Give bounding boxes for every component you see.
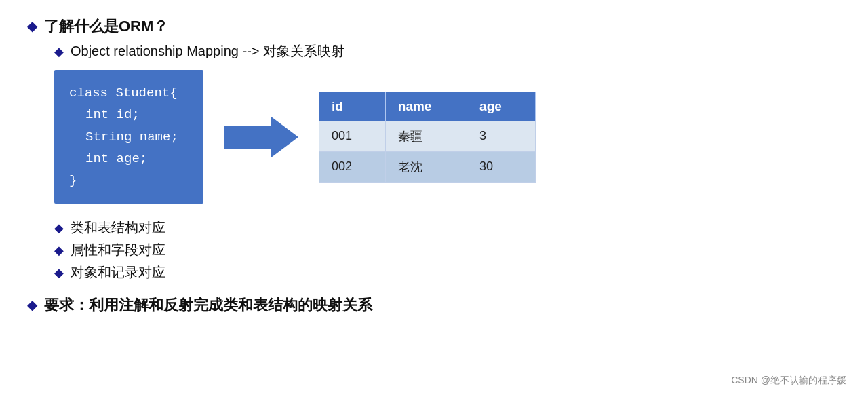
diamond-icon-1: ◆ (27, 18, 37, 34)
cell-id-2: 002 (319, 151, 386, 182)
bottom-requirement-text: 要求：利用注解和反射完成类和表结构的映射关系 (44, 295, 372, 316)
bullet-obj-record-text: 对象和记录对应 (71, 263, 165, 282)
bullet-class-table: ◆ 类和表结构对应 (54, 218, 841, 237)
bullet-class-table-text: 类和表结构对应 (71, 218, 165, 237)
cell-id-1: 001 (319, 121, 386, 151)
cell-age-2: 30 (467, 151, 536, 182)
bottom-requirement: ◆ 要求：利用注解和反射完成类和表结构的映射关系 (27, 295, 841, 316)
svg-marker-0 (224, 117, 298, 157)
code-line-3: String name; (85, 126, 189, 148)
bullet-attr-field-text: 属性和字段对应 (71, 241, 165, 259)
subtitle-orm-text: Object relationship Mapping --> 对象关系映射 (71, 42, 344, 60)
subtitle-orm: ◆ Object relationship Mapping --> 对象关系映射 (54, 42, 841, 60)
diamond-icon-4: ◆ (54, 243, 64, 258)
table-row: 002 老沈 30 (319, 151, 536, 182)
code-line-5: } (69, 170, 189, 191)
watermark: CSDN @绝不认输的程序媛 (731, 375, 846, 387)
code-box: class Student{ int id; String name; int … (54, 70, 203, 204)
col-header-age: age (467, 92, 536, 121)
heading-orm: ◆ 了解什么是ORM？ (27, 16, 841, 37)
diamond-icon-6: ◆ (27, 297, 37, 313)
col-header-name: name (385, 92, 467, 121)
cell-name-2: 老沈 (385, 151, 467, 182)
table-row: 001 秦疆 3 (319, 121, 536, 151)
col-header-id: id (319, 92, 386, 121)
diamond-icon-3: ◆ (54, 221, 64, 235)
diagram-area: class Student{ int id; String name; int … (54, 70, 841, 204)
cell-age-1: 3 (467, 121, 536, 151)
code-line-4: int age; (85, 148, 189, 170)
diamond-icon-5: ◆ (54, 265, 64, 280)
sub-bullets: ◆ 类和表结构对应 ◆ 属性和字段对应 ◆ 对象和记录对应 (54, 218, 841, 282)
code-line-2: int id; (85, 104, 189, 126)
cell-name-1: 秦疆 (385, 121, 467, 151)
bullet-obj-record: ◆ 对象和记录对应 (54, 263, 841, 282)
heading-orm-text: 了解什么是ORM？ (44, 16, 168, 37)
bullet-attr-field: ◆ 属性和字段对应 (54, 241, 841, 259)
database-table: id name age 001 秦疆 3 002 老沈 30 (319, 92, 536, 183)
mapping-arrow (224, 113, 298, 161)
diamond-icon-2: ◆ (54, 44, 64, 59)
code-line-1: class Student{ (69, 82, 189, 104)
